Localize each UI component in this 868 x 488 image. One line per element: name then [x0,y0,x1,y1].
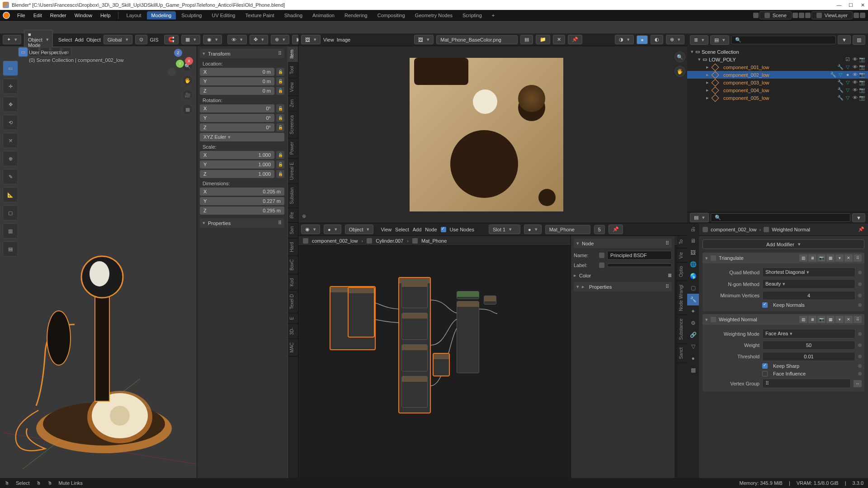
tab-layout[interactable]: Layout [122,11,146,19]
node-side-tab-vie[interactable]: Vie [677,249,687,263]
mod-delete-icon[interactable]: ✕ [844,254,853,262]
mod-render-icon[interactable]: 📷 [817,316,826,323]
camera-icon[interactable]: 📷 [859,64,865,70]
mod-check[interactable] [762,363,768,369]
mod-row-value[interactable]: 0.01 [762,352,855,361]
scene-nav-icon[interactable] [753,13,759,18]
prop-tab-particles[interactable]: ✦ [687,305,699,317]
props-bc-obj[interactable]: component_002_low [711,227,757,232]
tool-transform[interactable]: ⊕ [3,151,18,166]
tab-compositing[interactable]: Compositing [373,11,410,19]
ie-image[interactable]: Image [337,37,351,42]
side-tab-power[interactable]: Power [288,138,298,159]
mod-cage-icon[interactable]: ▦ [826,316,835,323]
prop-edit-icon[interactable]: ◉ [203,35,222,44]
eye-icon[interactable]: 👁 [852,95,858,101]
drag-dots-icon[interactable]: ⠿ [278,220,282,226]
lock-icon[interactable]: 🔓 [276,87,284,95]
outliner-item-component_002_low[interactable]: ▸component_002_low🔧▽●👁📷 [687,71,868,79]
minimize-button[interactable]: — [836,2,842,8]
prop-tab-physics[interactable]: ⚙ [687,317,699,329]
orientation-global[interactable]: Global [104,35,132,44]
node-color-label[interactable]: Color [579,273,665,278]
material-name-field[interactable]: Mat_Phone [545,225,590,234]
side-tab-san[interactable]: San [288,223,298,239]
mod-row-value[interactable]: Face Area [762,329,855,338]
tool-scale[interactable]: ⤧ [3,133,18,148]
select-set-icon[interactable]: ▭ [18,47,28,57]
mod-extra-icon[interactable]: ⠿ [854,316,862,323]
viewlayer-new-icon[interactable] [854,13,859,18]
mesh-data-icon[interactable]: ▽ [844,95,851,101]
node-canvas[interactable] [298,246,570,478]
loc-z-field[interactable]: Z0 m [200,87,274,95]
close-button[interactable]: ✕ [860,2,865,8]
modifier-header[interactable]: ▾Triangulate▥🖥📷▦▾✕⠿ [703,253,864,263]
image-canvas[interactable]: ⊕ [298,46,675,223]
menu-window[interactable]: Window [71,12,96,19]
image-unlink-icon[interactable]: ✕ [553,35,565,44]
mod-delete-icon[interactable]: ✕ [844,316,853,323]
mod-editmode-icon[interactable]: ▥ [799,254,807,262]
side-tab-boxc[interactable]: BoxC [288,256,298,274]
node-output[interactable] [484,296,496,305]
mod-render-icon[interactable]: 📷 [817,254,826,262]
lock-icon[interactable]: 🔓 [276,151,284,159]
mesh-data-icon[interactable]: ▽ [844,87,851,93]
outliner-bottom-filter[interactable]: ▼ [852,213,865,222]
anim-dot-icon[interactable] [858,282,862,286]
header-add[interactable]: Add [75,37,84,42]
lock-icon[interactable]: 🔓 [276,170,284,178]
snap-magnet-icon[interactable]: 🧲 [164,35,179,44]
anim-dot-icon[interactable] [858,364,862,368]
prop-tab-output[interactable]: 🖥 [687,235,699,247]
slot-select[interactable]: Slot 1 [489,225,520,234]
rot-y-field[interactable]: Y0° [200,114,274,122]
rotation-mode-select[interactable]: XYZ Euler [200,133,284,141]
menu-edit[interactable]: Edit [30,12,46,19]
node-imgtex3[interactable] [401,344,428,371]
mod-dropdown-icon[interactable]: ▾ [835,254,844,262]
mod-row-value[interactable]: Shortest Diagonal [762,267,855,277]
eye-icon[interactable]: 👁 [852,56,858,62]
anim-dot-icon[interactable] [858,332,862,336]
node-side-tab-optio[interactable]: Optio [677,263,687,281]
pivot-dropdown[interactable]: ⊙ [135,35,147,44]
panel-properties-header[interactable]: Properties⠿ [200,218,284,228]
modifier-icon[interactable]: 🔧 [837,95,844,101]
anim-dot-icon[interactable] [858,271,862,274]
blender-logo-icon[interactable] [3,12,10,19]
persp-ortho-icon[interactable]: ▦ [182,104,193,115]
lock-icon[interactable]: 🔓 [276,68,284,76]
mod-realtime-icon[interactable]: 🖥 [808,254,816,262]
outliner-bottom-mode[interactable]: ▤ [690,213,709,222]
prop-tab-scene[interactable]: 🌐 [687,258,699,270]
scene-pin-icon[interactable] [793,13,798,18]
prop-tab-constraints[interactable]: 🔗 [687,329,699,341]
orientation-gizmo[interactable]: X Y Z [166,49,194,77]
axis-x[interactable]: X [185,57,193,65]
ie-view[interactable]: View [323,37,334,42]
prop-tab-texture[interactable]: ▦ [687,364,699,376]
side-tab-unreal-e[interactable]: Unreal E [288,159,298,184]
use-nodes-check[interactable] [441,227,446,232]
mod-realtime-icon[interactable]: 🖥 [808,316,816,323]
ne-view[interactable]: View [381,227,392,232]
image-new-icon[interactable]: ▤ [520,35,533,44]
eye-icon[interactable]: 👁 [852,80,858,85]
tab-uvediting[interactable]: UV Editing [207,11,240,19]
node-side-tab-node wrangl[interactable]: Node Wrangl [677,281,687,315]
outliner-display-mode[interactable]: ▤ [710,35,729,45]
editor-type-shader[interactable]: ◉ [301,225,320,234]
tool-select-box[interactable]: ▭ [3,61,18,76]
node-addshader[interactable] [457,291,479,299]
loc-y-field[interactable]: Y0 m [200,77,274,85]
anim-dot-icon[interactable] [858,372,862,375]
loc-x-field[interactable]: X0 m [200,68,274,76]
outliner-collection-lowpoly[interactable]: ▾▭LOW_POLY ☑👁📷 [687,56,868,63]
axis-neg[interactable] [168,68,176,76]
outliner-item-component_001_low[interactable]: ▸component_001_low🔧▽👁📷 [687,63,868,71]
side-tab-substan[interactable]: Substan [288,184,298,208]
mod-check[interactable] [762,371,768,376]
scale-y-field[interactable]: Y1.000 [200,160,274,169]
